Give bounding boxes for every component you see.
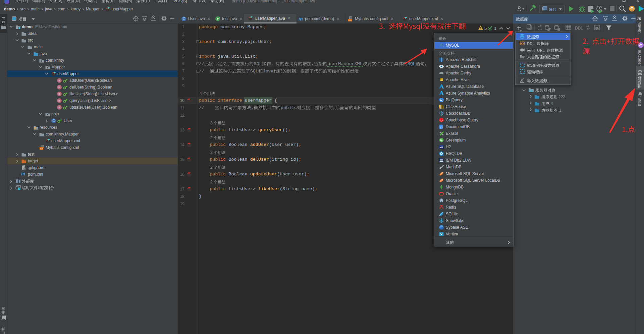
svg-text:test: test: [549, 7, 556, 12]
svg-text:C: C: [182, 17, 185, 21]
svg-text:DDL: DDL: [575, 26, 583, 31]
svg-text:5: 5: [484, 26, 487, 31]
svg-text:<>: <>: [348, 19, 352, 21]
svg-text:C: C: [52, 119, 55, 123]
svg-text:1: 1: [494, 26, 496, 31]
svg-text:QL: QL: [595, 27, 598, 30]
svg-text:DDL: DDL: [520, 42, 524, 45]
